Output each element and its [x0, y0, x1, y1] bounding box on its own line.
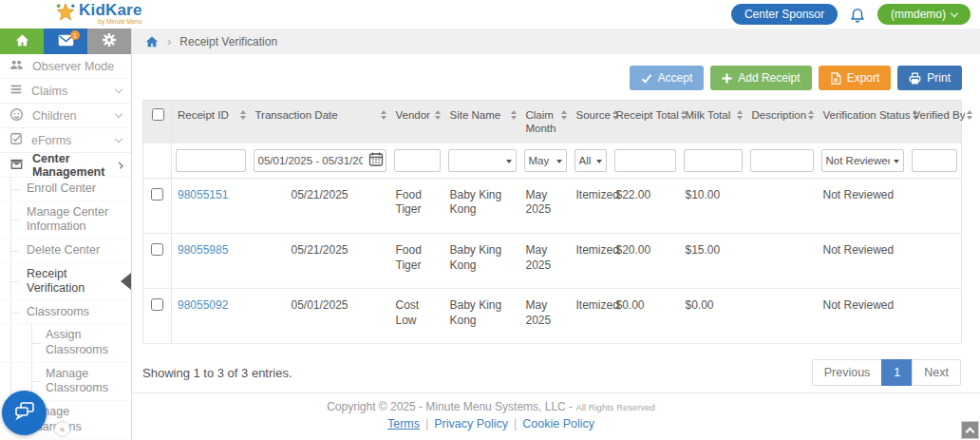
cookie-policy-link[interactable]: Cookie Policy	[522, 417, 594, 430]
sidebar-item-children[interactable]: Children	[0, 104, 131, 128]
sidebar-item-eforms[interactable]: eForms	[0, 128, 131, 153]
sidebar-item-label: Delete Center	[27, 243, 100, 258]
row-checkbox[interactable]	[151, 188, 163, 201]
sidebar-item-observer-mode[interactable]: Observer Mode	[0, 54, 131, 79]
sidebar-item-label: Observer Mode	[32, 60, 114, 73]
entries-summary: Showing 1 to 3 of 3 entries.	[142, 366, 292, 380]
transaction-date-cell: 05/21/2025	[250, 233, 390, 288]
printer-icon	[909, 72, 921, 85]
claim-month-cell: May 2025	[520, 289, 571, 344]
notifications-bell-icon[interactable]	[849, 6, 866, 23]
column-header-vendor[interactable]: Vendor	[390, 101, 444, 143]
column-header-receipt-id[interactable]: Receipt ID	[172, 101, 250, 143]
sidebar-item-classrooms[interactable]: Classrooms	[0, 301, 131, 325]
vendor-cell: Food Tiger	[390, 233, 444, 288]
breadcrumb-home-icon[interactable]	[145, 35, 159, 48]
receipt-id-link[interactable]: 98055985	[178, 243, 228, 257]
row-checkbox[interactable]	[151, 243, 163, 256]
chat-bubble-button[interactable]	[2, 391, 47, 435]
add-receipt-button[interactable]: Add Receipt	[710, 66, 811, 90]
sidebar-item-label: Receipt Verification	[27, 267, 123, 297]
previous-page-button[interactable]: Previous	[812, 359, 883, 386]
receipt-total-cell: $22.00	[611, 178, 680, 233]
column-header-milk-total[interactable]: Milk Total	[680, 101, 746, 143]
sort-icon	[240, 108, 246, 122]
settings-button[interactable]	[87, 29, 131, 54]
column-header-claim-month[interactable]: Claim Month	[520, 101, 571, 143]
select-all-checkbox[interactable]	[152, 108, 164, 121]
sort-icon	[511, 108, 517, 122]
checkbox-check-icon	[9, 132, 23, 148]
receipt-id-link[interactable]: 98055092	[178, 298, 228, 312]
sidebar-item-center-management[interactable]: Center Management	[0, 153, 131, 178]
column-header-receipt-total[interactable]: Receipt Total	[611, 101, 680, 143]
terms-link[interactable]: Terms	[387, 417, 420, 430]
receipt-total-filter-input[interactable]	[614, 149, 676, 172]
home-button[interactable]	[0, 29, 44, 54]
row-checkbox[interactable]	[151, 298, 163, 311]
site-name-cell: Baby King Kong	[444, 289, 520, 344]
transaction-date-cell: 05/01/2025	[250, 289, 390, 344]
verified-by-filter-input[interactable]	[912, 149, 958, 172]
column-header-source[interactable]: Source	[571, 101, 611, 143]
transaction-date-filter-input[interactable]	[254, 149, 386, 172]
column-header-site-name[interactable]: Site Name	[444, 101, 520, 143]
next-page-button[interactable]: Next	[912, 359, 961, 386]
messages-button[interactable]: 1	[44, 29, 87, 54]
receipt-id-link[interactable]: 98055151	[178, 188, 228, 201]
sidebar-item-manage-center-information[interactable]: Manage Center Information	[0, 201, 131, 239]
sidebar-item-assign-classrooms[interactable]: Assign Classrooms	[0, 324, 131, 362]
description-cell	[746, 233, 818, 288]
chevron-down-icon	[115, 135, 122, 143]
gear-icon	[102, 32, 117, 50]
source-filter-select[interactable]: All	[575, 149, 607, 172]
accept-button[interactable]: Accept	[630, 66, 705, 90]
privacy-policy-link[interactable]: Privacy Policy	[434, 417, 508, 430]
check-icon	[641, 73, 652, 84]
calendar-button[interactable]	[368, 151, 384, 169]
sidebar-item-label: Children	[32, 109, 77, 123]
scroll-to-top-button[interactable]	[961, 421, 979, 439]
verification-status-cell: Not Reviewed	[818, 178, 908, 233]
column-header-transaction-date[interactable]: Transaction Date	[250, 101, 390, 143]
column-header-description[interactable]: Description	[746, 101, 818, 143]
claim-month-cell: May 2025	[520, 233, 571, 288]
page-1-button[interactable]: 1	[881, 359, 913, 386]
column-header-verification-status[interactable]: Verification Status	[818, 101, 908, 143]
sort-icon	[808, 108, 814, 122]
sidebar-item-receipt-verification[interactable]: Receipt Verification	[0, 263, 131, 301]
sidebar-item-enroll-center[interactable]: Enroll Center	[0, 178, 131, 201]
sidebar-item-delete-center[interactable]: Delete Center	[0, 239, 131, 263]
breadcrumb-current: Receipt Verification	[179, 35, 277, 48]
verified-by-cell	[908, 233, 962, 288]
vendor-cell: Cost Low	[390, 289, 444, 344]
site-name-filter-select[interactable]	[448, 149, 517, 172]
description-filter-input[interactable]	[750, 149, 814, 172]
milk-total-filter-input[interactable]	[684, 149, 743, 172]
export-file-icon	[830, 72, 841, 85]
footer-link-separator: |	[425, 417, 428, 430]
users-icon	[9, 58, 24, 75]
print-button[interactable]: Print	[897, 66, 962, 90]
breadcrumb: › Receipt Verification	[132, 29, 980, 54]
receipts-table: Receipt ID Transaction Date Vendor Site …	[142, 100, 962, 344]
claim-month-filter-select[interactable]: May 20	[524, 149, 567, 172]
chat-icon	[12, 399, 37, 427]
transaction-date-cell: 05/21/2025	[250, 178, 390, 233]
description-cell	[746, 178, 818, 233]
export-button[interactable]: Export	[819, 66, 892, 90]
sidebar-item-claims[interactable]: Claims	[0, 79, 131, 104]
vendor-filter-input[interactable]	[394, 149, 441, 172]
user-menu-label: (mmdemo)	[891, 8, 946, 21]
site-name-cell: Baby King Kong	[444, 178, 520, 233]
receipt-id-filter-input[interactable]	[176, 149, 246, 172]
description-cell	[746, 289, 818, 344]
sidebar-item-label: Manage Center Information	[27, 205, 123, 235]
user-menu-button[interactable]: (mmdemo)	[877, 4, 971, 25]
storefront-icon	[9, 157, 24, 174]
sidebar-item-label: Manage Classrooms	[46, 367, 123, 396]
center-sponsor-button[interactable]: Center Sponsor	[731, 4, 838, 25]
column-header-verified-by[interactable]: Verified By	[908, 101, 962, 143]
verification-status-filter-select[interactable]: Not Reviewed	[821, 149, 904, 172]
milk-total-cell: $15.00	[680, 233, 746, 288]
